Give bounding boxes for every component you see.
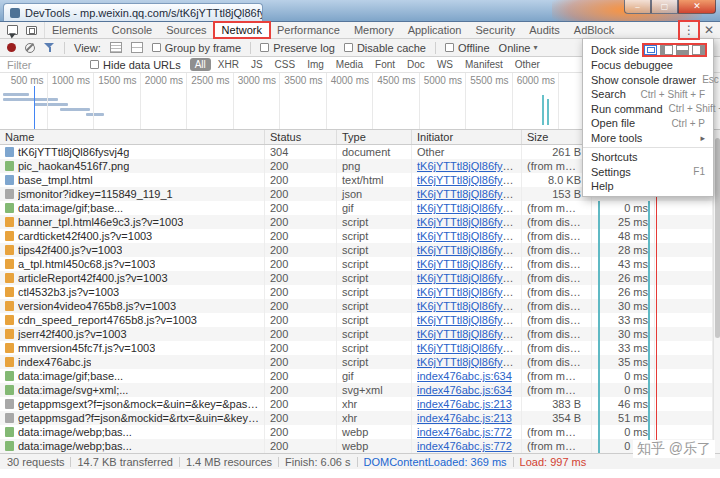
request-row[interactable]: articleReport42f400.js?v=1003200scripttK… — [0, 271, 713, 285]
menu-item-more-tools[interactable]: More tools▸ — [583, 131, 713, 146]
request-row[interactable]: data:image/gif;base...200giftK6jYTTtl8jQ… — [0, 201, 713, 215]
request-initiator[interactable]: index476abc.js:634 — [417, 370, 512, 382]
menu-item-search[interactable]: SearchCtrl + Shift + F — [583, 87, 713, 102]
request-row[interactable]: ctl4532b3.js?v=1003200scripttK6jYTTtl8jQ… — [0, 285, 713, 299]
request-name-cell[interactable]: index476abc.js — [0, 355, 265, 369]
preserve-log-checkbox[interactable]: Preserve log — [260, 42, 335, 54]
tab-console[interactable]: Console — [105, 22, 159, 38]
menu-item-show-console-drawer[interactable]: Show console drawerEsc — [583, 73, 713, 88]
tab-adblock[interactable]: AdBlock — [567, 22, 621, 38]
record-icon[interactable] — [7, 43, 16, 52]
request-initiator[interactable]: tK6jYTTtl8jQl86fysvj4g:1800 — [417, 244, 522, 256]
tab-network[interactable]: Network — [214, 22, 270, 38]
throttling-dropdown[interactable]: Online ▾ — [499, 42, 538, 54]
inspect-element-icon[interactable] — [7, 25, 18, 35]
request-row[interactable]: data:image/gif;base...200gifindex476abc.… — [0, 369, 713, 383]
tab-sources[interactable]: Sources — [159, 22, 213, 38]
request-row[interactable]: cardticket42f400.js?v=1003200scripttK6jY… — [0, 229, 713, 243]
request-initiator[interactable]: index476abc.js:213 — [417, 412, 512, 424]
request-name-cell[interactable]: data:image/gif;base... — [0, 201, 265, 215]
request-initiator[interactable]: tK6jYTTtl8jQl86fysvj4g:1800 — [417, 272, 522, 284]
hide-data-urls-checkbox[interactable]: Hide data URLs — [90, 59, 181, 71]
request-row[interactable]: version4video4765b8.js?v=1003200scripttK… — [0, 299, 713, 313]
filter-pill-manifest[interactable]: Manifest — [460, 58, 508, 71]
devtools-menu-button[interactable]: ⋮ — [680, 22, 698, 38]
request-name-cell[interactable]: tips42f400.js?v=1003 — [0, 243, 265, 257]
request-initiator[interactable]: tK6jYTTtl8jQl86fysvj4g:1800 — [417, 328, 522, 340]
dock-left-icon[interactable] — [660, 45, 673, 55]
request-initiator[interactable]: tK6jYTTtl8jQl86fysvj4g:1800 — [417, 286, 522, 298]
request-row[interactable]: a_tpl.html450c68.js?v=1003200scripttK6jY… — [0, 257, 713, 271]
request-initiator[interactable]: tK6jYTTtl8jQl86fysvj4g:1800 — [417, 314, 522, 326]
request-row[interactable]: getappmsgext?f=json&mock=&uin=&key=&pass… — [0, 397, 713, 411]
request-name-cell[interactable]: articleReport42f400.js?v=1003 — [0, 271, 265, 285]
large-rows-view-icon[interactable] — [131, 42, 143, 53]
request-name-cell[interactable]: getappmsgext?f=json&mock=&uin=&key=&pass… — [0, 397, 265, 411]
request-initiator[interactable]: tK6jYTTtl8jQl86fysvj4g:1800 — [417, 342, 522, 354]
request-row[interactable]: tips42f400.js?v=1003200scripttK6jYTTtl8j… — [0, 243, 713, 257]
request-initiator[interactable]: tK6jYTTtl8jQl86fysvj4g:1800 — [417, 258, 522, 270]
tab-elements[interactable]: Elements — [45, 22, 105, 38]
column-header-type[interactable]: Type — [337, 130, 412, 144]
undock-icon[interactable] — [644, 45, 657, 55]
request-name-cell[interactable]: banner_tpl.html46e9c3.js?v=1003 — [0, 215, 265, 229]
filter-pill-js[interactable]: JS — [246, 58, 268, 71]
column-header-name[interactable]: Name — [0, 130, 265, 144]
filter-pill-ws[interactable]: WS — [432, 58, 458, 71]
request-name-cell[interactable]: data:image/gif;base... — [0, 369, 265, 383]
request-name-cell[interactable]: cdn_speed_report4765b8.js?v=1003 — [0, 313, 265, 327]
filter-funnel-icon[interactable] — [44, 42, 55, 53]
request-initiator[interactable]: tK6jYTTtl8jQl86fysvj4g:1800 — [417, 300, 522, 312]
filter-pill-other[interactable]: Other — [510, 58, 545, 71]
request-initiator[interactable]: tK6jYTTtl8jQl86fysvj4g:727 — [417, 174, 522, 186]
filter-pill-doc[interactable]: Doc — [402, 58, 430, 71]
tab-security[interactable]: Security — [468, 22, 522, 38]
disable-cache-checkbox[interactable]: Disable cache — [344, 42, 426, 54]
device-toolbar-icon[interactable] — [26, 26, 37, 35]
column-header-status[interactable]: Status — [265, 130, 337, 144]
minimize-button[interactable]: – — [624, 0, 651, 14]
vertical-scrollbar[interactable] — [713, 130, 720, 453]
dock-bottom-icon[interactable] — [676, 45, 689, 55]
filter-pill-media[interactable]: Media — [331, 58, 368, 71]
request-row[interactable]: banner_tpl.html46e9c3.js?v=1003200script… — [0, 215, 713, 229]
tab-audits[interactable]: Audits — [522, 22, 567, 38]
request-initiator[interactable]: tK6jYTTtl8jQl86fysvj4g — [417, 160, 522, 172]
close-window-button[interactable]: ✕ — [678, 0, 716, 14]
menu-item-run-command[interactable]: Run commandCtrl + Shift + P — [583, 102, 713, 117]
request-name-cell[interactable]: cardticket42f400.js?v=1003 — [0, 229, 265, 243]
request-name-cell[interactable]: ctl4532b3.js?v=1003 — [0, 285, 265, 299]
request-initiator[interactable]: index476abc.js:634 — [417, 384, 512, 396]
filter-pill-img[interactable]: Img — [302, 58, 329, 71]
filter-pill-css[interactable]: CSS — [270, 58, 301, 71]
request-initiator[interactable]: index476abc.js:213 — [417, 398, 512, 410]
request-name-cell[interactable]: pic_haokan4516f7.png — [0, 159, 265, 173]
small-rows-view-icon[interactable] — [110, 42, 122, 53]
request-initiator[interactable]: index476abc.js:772 — [417, 440, 512, 452]
request-name-cell[interactable]: jsmonitor?idkey=115849_119_1 — [0, 187, 265, 201]
request-name-cell[interactable]: data:image/svg+xml;... — [0, 383, 265, 397]
request-initiator[interactable]: tK6jYTTtl8jQl86fysvj4g:1800 — [417, 202, 522, 214]
request-initiator[interactable]: tK6jYTTtl8jQl86fysvj4g:718 — [417, 188, 522, 200]
request-name-cell[interactable]: base_tmpl.html — [0, 173, 265, 187]
request-name-cell[interactable]: data:image/webp;bas... — [0, 425, 265, 439]
request-row[interactable]: data:image/webp;bas...200webpindex476abc… — [0, 425, 713, 439]
filter-input[interactable] — [7, 59, 81, 71]
request-row[interactable]: cdn_speed_report4765b8.js?v=1003200scrip… — [0, 313, 713, 327]
request-name-cell[interactable]: jserr42f400.js?v=1003 — [0, 327, 265, 341]
tab-memory[interactable]: Memory — [347, 22, 401, 38]
filter-pill-xhr[interactable]: XHR — [213, 58, 244, 71]
close-devtools-button[interactable]: ✕ — [700, 22, 718, 38]
menu-item-shortcuts[interactable]: Shortcuts — [583, 150, 713, 165]
tab-performance[interactable]: Performance — [270, 22, 347, 38]
clear-requests-icon[interactable] — [25, 43, 35, 53]
menu-item-help[interactable]: Help — [583, 179, 713, 194]
request-row[interactable]: mmversion45fc7f.js?v=1003200scripttK6jYT… — [0, 341, 713, 355]
request-row[interactable]: jserr42f400.js?v=1003200scripttK6jYTTtl8… — [0, 327, 713, 341]
menu-item-focus-debuggee[interactable]: Focus debuggee — [583, 58, 713, 73]
request-name-cell[interactable]: getappmsgad?f=json&mockid=&rtx=&uin=&key… — [0, 411, 265, 425]
request-name-cell[interactable]: version4video4765b8.js?v=1003 — [0, 299, 265, 313]
request-initiator[interactable]: index476abc.js:772 — [417, 426, 512, 438]
dock-right-icon[interactable] — [692, 45, 705, 55]
filter-pill-font[interactable]: Font — [370, 58, 400, 71]
